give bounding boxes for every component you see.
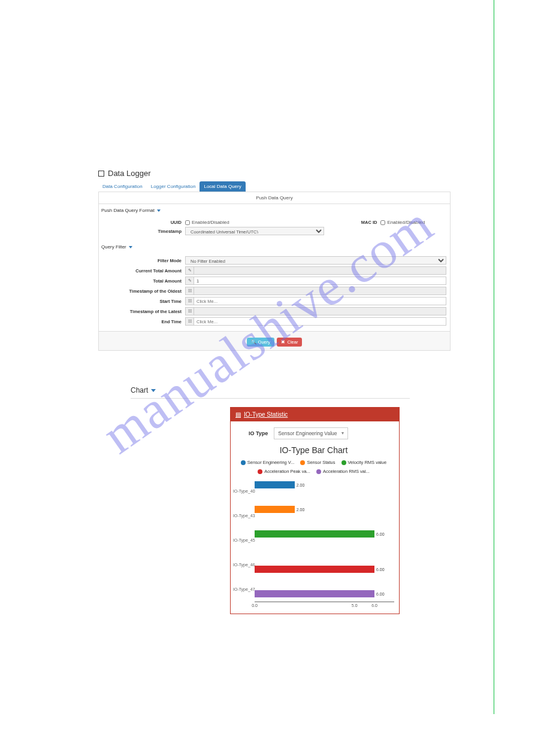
current-total-input — [194, 266, 446, 275]
legend-item[interactable]: Sensor Status — [300, 460, 335, 465]
filter-mode-label: Filter Mode — [102, 258, 185, 263]
timestamp-select[interactable]: Coordinated Universal Time(UTC) — [185, 227, 324, 235]
ts-oldest-label: Timestamp of the Oldest — [102, 289, 185, 294]
chart-bar: 6.00 — [255, 590, 374, 597]
chart-bar: 2.00 — [255, 481, 295, 488]
bar-value-label: 6.00 — [376, 592, 385, 596]
macid-checkbox-input[interactable] — [380, 220, 385, 225]
eraser-icon: ✖ — [281, 339, 285, 345]
chart-category-group: 6.00 — [255, 528, 394, 552]
chart-category-group: 6.00 — [255, 577, 394, 602]
uuid-checkbox-input[interactable] — [185, 220, 190, 225]
tabs: Data Configuration Logger Configuration … — [98, 181, 451, 192]
chart-section-header[interactable]: Chart — [131, 386, 410, 399]
legend-label: Sensor Status — [307, 460, 335, 465]
y-category-label: IO-Type_40 — [233, 489, 255, 493]
clear-button[interactable]: ✖ Clear — [277, 338, 302, 347]
clear-button-label: Clear — [287, 339, 298, 345]
legend-item[interactable]: Velocity RMS value — [341, 460, 387, 465]
caret-down-icon — [129, 246, 132, 248]
iotype-label: IO Type — [249, 430, 268, 436]
bar-value-label: 6.00 — [376, 567, 385, 572]
chart-bar: 2.00 — [255, 506, 295, 513]
chart-bar: 6.00 — [255, 566, 374, 573]
uuid-checkbox[interactable]: Enabled/Disabled — [185, 220, 229, 225]
end-time-label: End Time — [102, 319, 185, 324]
macid-checkbox[interactable]: Enabled/Disabled — [380, 220, 425, 225]
uuid-label: UUID — [102, 220, 185, 225]
total-amount-label: Total Amount — [102, 278, 185, 284]
iotype-select[interactable]: Sensor Engineering Value ▼ — [274, 427, 348, 439]
chart-header-label: Chart — [131, 386, 148, 394]
pencil-icon: ✎ — [185, 266, 194, 275]
tab-local-data-query[interactable]: Local Data Query — [200, 181, 245, 192]
chart-plot-area: IO-Type_402.00IO-Type_432.00IO-Type_456.… — [233, 479, 394, 602]
bar-chart-title: IO-Type Bar Chart — [233, 445, 394, 455]
caret-down-icon — [157, 210, 161, 212]
uuid-chk-text: Enabled/Disabled — [192, 220, 229, 225]
start-time-input[interactable] — [194, 297, 446, 305]
ts-latest-label: Timestamp of the Latest — [102, 309, 185, 314]
chart-section: Chart ▤ IO-Type Statistic IO Type Sensor… — [131, 386, 410, 614]
bar-value-label: 6.00 — [376, 532, 385, 536]
query-button-label: Query — [258, 339, 270, 345]
pencil-icon: ✎ — [185, 277, 194, 285]
iotype-selector-row: IO Type Sensor Engineering Value ▼ — [233, 427, 394, 439]
chart-category-group: 2.00 — [255, 503, 394, 528]
legend-item[interactable]: Sensor Engineering V... — [241, 460, 295, 465]
calendar-icon: ☷ — [185, 307, 194, 315]
chart-body: IO Type Sensor Engineering Value ▼ IO-Ty… — [231, 421, 399, 614]
legend-swatch — [241, 460, 246, 465]
legend-swatch — [300, 460, 305, 465]
data-logger-title-row: Data Logger — [98, 169, 451, 178]
section-query-filter[interactable]: Query Filter — [99, 241, 450, 253]
filter-mode-select[interactable]: No Filter Enabled — [185, 256, 446, 265]
calendar-icon: ☷ — [185, 317, 194, 326]
calendar-icon: ☷ — [185, 287, 194, 295]
search-icon: 🔍 — [251, 339, 256, 345]
data-logger-panel: Data Logger Data Configuration Logger Co… — [98, 169, 451, 351]
y-category-label: IO-Type_47 — [233, 587, 255, 591]
section-push-data-query-format[interactable]: Push Data Query Format — [99, 204, 450, 217]
legend-item[interactable]: Acceleration RMS val... — [316, 469, 370, 474]
iotype-select-value: Sensor Engineering Value — [278, 430, 337, 436]
iotype-statistic-panel: ▤ IO-Type Statistic IO Type Sensor Engin… — [230, 407, 400, 614]
iotype-panel-title: IO-Type Statistic — [244, 411, 288, 418]
bar-value-label: 2.00 — [297, 508, 305, 512]
tab-logger-configuration[interactable]: Logger Configuration — [147, 181, 200, 192]
legend-item[interactable]: Acceleration Peak va... — [258, 469, 310, 474]
legend-label: Acceleration Peak va... — [264, 469, 310, 474]
macid-label: MAC ID — [361, 220, 381, 225]
x-tick-label: 5.0 — [352, 603, 358, 608]
calendar-icon: ☷ — [185, 297, 194, 305]
push-data-query-panel: Push Data Query Push Data Query Format U… — [98, 192, 451, 351]
start-time-label: Start Time — [102, 299, 185, 304]
caret-down-icon — [151, 389, 156, 392]
chart-category-group: 2.00 — [255, 479, 394, 503]
bar-value-label: 2.00 — [297, 483, 305, 487]
timestamp-label: Timestamp — [102, 229, 185, 234]
macid-chk-text: Enabled/Disabled — [387, 220, 425, 225]
legend-label: Sensor Engineering V... — [247, 460, 295, 465]
x-tick-label: 6.0 — [371, 603, 377, 608]
current-total-label: Current Total Amount — [102, 268, 185, 274]
section2-label: Query Filter — [101, 244, 126, 250]
filter-form: Filter Mode No Filter Enabled Current To… — [99, 253, 450, 331]
legend-swatch — [258, 469, 262, 474]
save-icon — [98, 171, 104, 177]
data-logger-title: Data Logger — [108, 169, 151, 178]
total-amount-input[interactable] — [194, 277, 446, 285]
tab-data-configuration[interactable]: Data Configuration — [98, 181, 147, 192]
legend-label: Acceleration RMS val... — [323, 469, 370, 474]
end-time-input[interactable] — [194, 317, 446, 326]
chart-category-group: 6.00 — [255, 552, 394, 577]
y-category-label: IO-Type_45 — [233, 538, 255, 542]
chart-legend: Sensor Engineering V...Sensor StatusVelo… — [233, 460, 394, 474]
chart-x-axis: 0.05.06.0 — [255, 602, 394, 609]
ts-oldest-input — [194, 287, 446, 295]
page-right-border — [494, 0, 494, 714]
query-button[interactable]: 🔍 Query — [247, 338, 274, 347]
chart-bar: 6.00 — [255, 530, 374, 538]
format-form: UUID Enabled/Disabled MAC ID Enabled/Dis… — [99, 217, 450, 241]
iotype-panel-header: ▤ IO-Type Statistic — [231, 408, 399, 421]
